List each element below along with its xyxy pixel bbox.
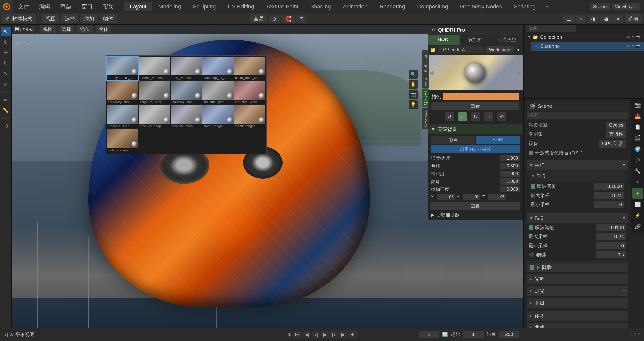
overlay-btn[interactable]: ☰ (563, 15, 575, 23)
global-dropdown[interactable]: 全局 (250, 14, 267, 23)
strength-value[interactable]: 1.000 (500, 155, 520, 161)
view-menu[interactable]: 视图 (42, 14, 59, 23)
prev-hdri-btn[interactable]: ◀ (429, 69, 433, 76)
max-samples-value2[interactable]: 1024 (596, 233, 626, 240)
prop-tab-data[interactable]: ⬜ (632, 199, 643, 210)
options-btn[interactable]: 选项 (625, 14, 642, 23)
action-icon-5[interactable]: ⟲ (497, 112, 506, 121)
tab-shading[interactable]: Shading (304, 2, 337, 11)
hdri-item-7[interactable]: industrial_pipe... (171, 81, 202, 104)
qhdri-path[interactable]: D:\BlenderA... (438, 46, 484, 53)
min-samples-value[interactable]: 0 (594, 201, 624, 208)
next-hdri-btn[interactable]: ▶ (517, 69, 522, 76)
sampling-header[interactable]: 采样 ≡ (527, 160, 628, 170)
noise-threshold-cb[interactable] (531, 184, 535, 189)
tab-animation[interactable]: Animation (337, 2, 374, 11)
prev-keyframe-btn[interactable]: ◀ (303, 331, 311, 338)
rotate-tool[interactable]: ↻ (1, 58, 11, 68)
denoise-checkbox[interactable] (530, 265, 534, 270)
z-value[interactable]: 0° (488, 194, 506, 200)
advanced-header[interactable]: 高级 (527, 298, 628, 308)
prop-tab-particles[interactable]: ✦ (632, 177, 643, 187)
tab-compositing[interactable]: Compositing (411, 2, 454, 11)
sampling-options-icon[interactable]: ≡ (623, 163, 625, 168)
min-samples-value2[interactable]: 0 (596, 242, 626, 249)
hdri-item-6[interactable]: carpentry_shop... (139, 81, 170, 104)
render-engine-value[interactable]: Cycles (606, 122, 626, 129)
prop-tab-physics[interactable]: ⚡ (632, 210, 643, 221)
n-tab-view[interactable]: View (422, 75, 429, 89)
viewport-mode-icon[interactable]: ⊙ (10, 332, 13, 337)
vp-view-btn[interactable]: 视图 (40, 25, 56, 33)
render-options-icon[interactable]: ≡ (623, 216, 625, 221)
camera-icon[interactable]: 📷 (409, 90, 418, 99)
blur-value[interactable]: 0.000 (500, 186, 520, 192)
transform-tool[interactable]: ⊞ (1, 79, 11, 89)
render-section-header[interactable]: 渲染 ≡ (527, 213, 628, 223)
prev-frame-btn[interactable]: ◁ (312, 331, 320, 338)
qhdri-tab-proc[interactable]: 程序天空 (491, 35, 523, 45)
gizmo-btn[interactable]: ⌖ (576, 15, 586, 23)
menu-file[interactable]: 文件 (13, 1, 34, 12)
action-icon-4[interactable]: ↔ (484, 112, 493, 121)
outliner-search[interactable] (526, 24, 576, 32)
n-tab-tool[interactable]: Tool (422, 63, 429, 75)
cursor-tool[interactable]: ⊕ (1, 37, 11, 47)
viewport-shading-solid[interactable]: ◑ (588, 15, 599, 23)
folder-icon[interactable]: 📁 (430, 47, 436, 53)
adv-hdri-tab[interactable]: HDRI (476, 136, 520, 144)
cursor-icon-suzanne[interactable]: ⊕ (632, 44, 635, 48)
mirror-toggle[interactable]: ⧖ (296, 15, 307, 23)
jump-start-btn[interactable]: ⏮ (293, 331, 302, 338)
menu-help[interactable]: 帮助 (98, 1, 119, 12)
qhdri-tab-wide[interactable]: 宽视野 (460, 35, 491, 45)
tab-scripting[interactable]: Scripting (508, 2, 542, 11)
hdri-item-1[interactable]: aircraft_worksh... (139, 57, 170, 80)
current-frame[interactable]: 1 (419, 331, 439, 338)
select-tool[interactable]: ↖ (1, 27, 11, 36)
jump-end-btn[interactable]: ⏭ (348, 331, 357, 338)
tab-sculpting[interactable]: Sculpting (187, 2, 222, 11)
adv-reset-btn[interactable]: 重置 (430, 202, 520, 210)
tab-rendering[interactable]: Rendering (374, 2, 411, 11)
prop-tab-view-layer[interactable]: 📋 (632, 122, 643, 132)
proportional-toggle[interactable]: ⊙ (269, 15, 280, 23)
osl-checkbox[interactable] (529, 151, 533, 155)
next-keyframe-btn[interactable]: ▶ (339, 331, 347, 338)
render-icon-suzanne[interactable]: 📷 (636, 44, 640, 48)
prop-tab-material[interactable]: ● (632, 188, 643, 199)
eye-icon-collection[interactable]: 👁 (627, 35, 631, 39)
mode-selector[interactable]: ⊙ 物体模式 (2, 14, 36, 23)
prop-tab-scene[interactable]: 🎬 (632, 133, 643, 143)
object-menu[interactable]: 物体 (100, 14, 117, 23)
measure-tool[interactable]: 📏 (1, 106, 11, 115)
move-tool[interactable]: ✛ (1, 48, 11, 57)
prop-tab-render[interactable]: 📷 (632, 100, 643, 110)
noise-threshold-value2[interactable]: 0.0100 (596, 224, 626, 231)
scene-selector[interactable]: Scene (590, 3, 610, 10)
add-workspace-button[interactable]: + (542, 2, 553, 11)
left-panel-toggle[interactable]: ◁ (4, 332, 8, 337)
prop-tab-constraints[interactable]: 🔗 (632, 221, 643, 232)
hand-icon[interactable]: ✋ (409, 80, 418, 89)
enable-hdri-link-btn[interactable]: 启用 HDRI 链接 (431, 145, 520, 153)
prop-tab-world[interactable]: 🌍 (632, 144, 643, 154)
prop-tab-object[interactable]: ⬡ (632, 155, 643, 165)
action-icon-3[interactable]: ↻ (471, 112, 480, 121)
add-primitive[interactable]: ⬡ (1, 121, 11, 131)
qhdri-adv-header[interactable]: ▼ 高级背景 (428, 124, 523, 134)
tab-geometry-nodes[interactable]: Geometry Nodes (454, 2, 508, 11)
hdri-item-3[interactable]: autoshop_01_... (202, 57, 233, 80)
light-icon[interactable]: 💡 (409, 100, 418, 109)
tab-texture-paint[interactable]: Texture Paint (260, 2, 304, 11)
qhdri-tab-hdri[interactable]: HDRI (428, 35, 460, 45)
time-limit-value[interactable]: 0 s (596, 251, 626, 258)
hdri-item-8[interactable]: industrial_pipe... (202, 81, 233, 104)
viewport-shading-rendered[interactable]: ● (613, 15, 623, 23)
playback-icon[interactable]: 🔄 (442, 332, 448, 337)
prop-tab-modifier[interactable]: 🔧 (632, 166, 643, 176)
action-icon-2[interactable]: ○ (458, 112, 467, 121)
light-options-icon[interactable]: ≡ (623, 289, 625, 294)
tab-modeling[interactable]: Modeling (152, 2, 187, 11)
snap-toggle[interactable]: 🧲 (281, 15, 295, 23)
